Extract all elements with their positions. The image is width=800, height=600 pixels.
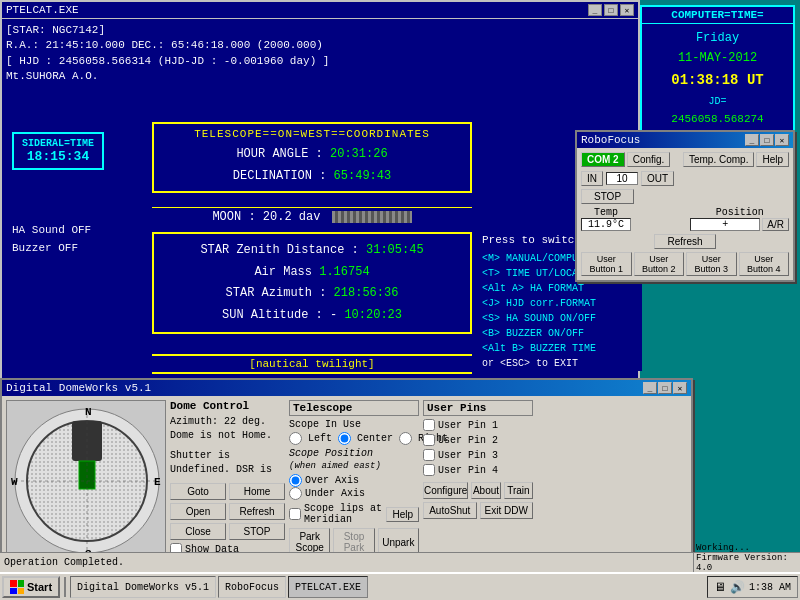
under-axis-label: Under Axis — [305, 488, 365, 499]
ptelcat-close[interactable]: ✕ — [620, 4, 634, 16]
ptelcat-window: PTELCAT.EXE _ □ ✕ [STAR: NGC7142] R.A.: … — [0, 0, 640, 380]
dome-home-button[interactable]: Home — [229, 483, 285, 500]
ptelcat-titlebar: PTELCAT.EXE _ □ ✕ — [2, 2, 638, 19]
zenith-row: STAR Zenith Distance : 31:05:45 — [160, 240, 464, 262]
start-logo — [10, 580, 24, 594]
dome-goto-button[interactable]: Goto — [170, 483, 226, 500]
dome-stop-button[interactable]: STOP — [229, 523, 285, 540]
rf-av-button[interactable]: A/R — [762, 218, 789, 231]
user-pin-3-check[interactable] — [423, 449, 435, 461]
sys-tray: 🖥 🔊 1:38 AM — [707, 576, 798, 598]
azimuth-label: STAR Azimuth : — [226, 286, 327, 300]
rf-out-button[interactable]: OUT — [641, 171, 674, 186]
ddw-maximize[interactable]: □ — [658, 382, 672, 394]
rf-user-btn-2[interactable]: User Button 2 — [634, 252, 685, 276]
azimuth-value: 218:56:36 — [334, 286, 399, 300]
mount-line: Mt.SUHORA A.O. — [6, 69, 634, 84]
ptelcat-minimize[interactable]: _ — [588, 4, 602, 16]
rf-user-btn-4[interactable]: User Button 4 — [739, 252, 790, 276]
rf-refresh-button[interactable]: Refresh — [654, 234, 715, 249]
rf-in-button[interactable]: IN — [581, 171, 603, 186]
star-line: [STAR: NGC7142] — [6, 23, 634, 38]
start-button[interactable]: Start — [2, 576, 60, 598]
ha-sound-block: HA Sound OFF Buzzer OFF — [12, 222, 91, 257]
zenith-box: STAR Zenith Distance : 31:05:45 Air Mass… — [152, 232, 472, 334]
star-info-block: [STAR: NGC7142] R.A.: 21:45:10.000 DEC.:… — [6, 23, 634, 85]
user-pin-1-label: User Pin 1 — [438, 420, 498, 431]
rf-temp-pos-row: Temp 11.9°C Position + A/R — [581, 207, 789, 231]
user-pins-panel: User Pins User Pin 1 User Pin 2 User Pin… — [423, 400, 533, 560]
user-pin-4-label: User Pin 4 — [438, 465, 498, 476]
rf-config-button[interactable]: Config. — [627, 152, 671, 167]
over-axis-radio[interactable] — [289, 474, 302, 487]
ddw-title: Digital DomeWorks v5.1 — [6, 382, 151, 394]
taskbar-item-robofocus[interactable]: RoboFocus — [218, 576, 286, 598]
network-icon: 🖥 — [714, 580, 726, 595]
rf-stop-button[interactable]: STOP — [581, 189, 634, 204]
comptime-day: Friday — [646, 28, 789, 48]
ha-row: HOUR ANGLE : 20:31:26 — [158, 144, 466, 166]
scope-lips-check[interactable] — [289, 508, 301, 520]
sidereal-value: 18:15:34 — [22, 149, 94, 164]
taskbar-item-ddw[interactable]: Digital DomeWorks v5.1 — [70, 576, 216, 598]
ptelcat-maximize[interactable]: □ — [604, 4, 618, 16]
rf-pos-label: Position — [716, 207, 764, 218]
under-axis-row: Under Axis — [289, 487, 419, 500]
rf-temp-comp-button[interactable]: Temp. Comp. — [683, 152, 754, 167]
rf-user-btn-1[interactable]: User Button 1 — [581, 252, 632, 276]
ptelcat-content: [STAR: NGC7142] R.A.: 21:45:10.000 DEC.:… — [2, 19, 638, 89]
tp-help-button[interactable]: Help — [386, 507, 419, 522]
rf-stop-row: STOP — [581, 189, 789, 204]
rf-steps-input[interactable] — [606, 172, 638, 185]
sidereal-box: SIDERAL=TIME 18:15:34 — [12, 132, 104, 170]
svg-text:N: N — [85, 406, 92, 418]
robofocus-minimize[interactable]: _ — [745, 134, 759, 146]
svg-text:E: E — [154, 476, 161, 488]
scope-left-radio[interactable] — [289, 432, 302, 445]
press-item-4: <S> HA SOUND ON/OFF — [482, 311, 642, 326]
scope-selection-row: Left Center Right — [289, 432, 419, 445]
ddw-minimize[interactable]: _ — [643, 382, 657, 394]
rf-user-btn-3[interactable]: User Button 3 — [686, 252, 737, 276]
scope-center-radio[interactable] — [338, 432, 351, 445]
comptime-time: 01:38:18 UT — [646, 69, 789, 93]
autoshut-button[interactable]: AutoShut — [423, 502, 477, 519]
user-pins-title: User Pins — [423, 400, 533, 416]
fw-status-bar: Working... Firmware Version: 4.0 Online — [693, 552, 800, 572]
dome-refresh-button[interactable]: Refresh — [229, 503, 285, 520]
under-axis-radio[interactable] — [289, 487, 302, 500]
taskbar: Start Digital DomeWorks v5.1 RoboFocus P… — [0, 572, 800, 600]
exit-ddw-button[interactable]: Exit DDW — [480, 502, 534, 519]
sun-value: 10:20:23 — [344, 308, 402, 322]
taskbar-robofocus-label: RoboFocus — [225, 582, 279, 593]
user-pin-4-row: User Pin 4 — [423, 464, 533, 476]
scope-right-radio[interactable] — [399, 432, 412, 445]
train-button[interactable]: Train — [504, 482, 533, 499]
rf-pos-col: Position + A/R — [690, 207, 789, 231]
zenith-label: STAR Zenith Distance : — [200, 243, 358, 257]
taskbar-item-ptelcat[interactable]: PTELCAT.EXE — [288, 576, 368, 598]
moon-row: MOON : 20.2 dav — [152, 207, 472, 224]
user-pin-4-check[interactable] — [423, 464, 435, 476]
ha-value: 20:31:26 — [330, 147, 388, 161]
rf-help-button[interactable]: Help — [756, 152, 789, 167]
ddw-close[interactable]: ✕ — [673, 382, 687, 394]
user-pin-2-row: User Pin 2 — [423, 434, 533, 446]
dome-open-button[interactable]: Open — [170, 503, 226, 520]
telescope-panel-title: Telescope — [289, 400, 419, 416]
user-pin-1-check[interactable] — [423, 419, 435, 431]
computer-time-window: COMPUTER=TIME= Friday 11-MAY-2012 01:38:… — [640, 5, 795, 134]
robofocus-maximize[interactable]: □ — [760, 134, 774, 146]
configure-button[interactable]: Configure — [423, 482, 468, 499]
nautical-label: [nautical twilight] — [152, 354, 472, 374]
working-label: Working... — [696, 543, 798, 553]
ddw-window-controls: _ □ ✕ — [643, 382, 687, 394]
user-pin-3-row: User Pin 3 — [423, 449, 533, 461]
ra-line: R.A.: 21:45:10.000 DEC.: 65:46:18.000 (2… — [6, 38, 634, 53]
taskbar-time: 1:38 AM — [749, 582, 791, 593]
dome-close-button[interactable]: Close — [170, 523, 226, 540]
user-pin-2-check[interactable] — [423, 434, 435, 446]
rf-com-button[interactable]: COM 2 — [581, 152, 625, 167]
about-button[interactable]: About — [471, 482, 500, 499]
robofocus-close[interactable]: ✕ — [775, 134, 789, 146]
